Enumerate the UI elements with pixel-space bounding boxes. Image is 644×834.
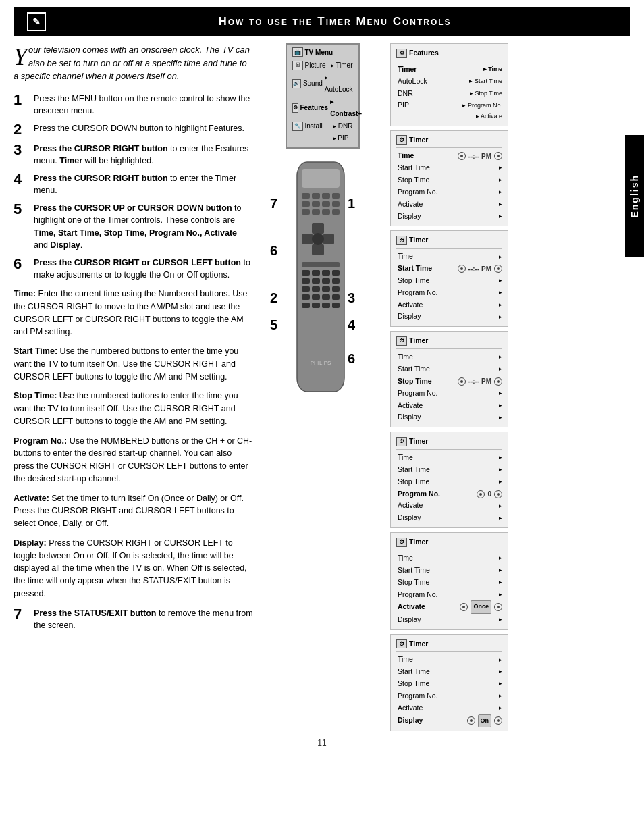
tv-menu-features: ⚙ Features ▸ Contrast+ [292,96,353,120]
svg-rect-11 [312,209,320,215]
svg-point-18 [312,233,324,245]
dial-disp-l [467,716,475,725]
timer-time-time: Time --:-- PM [396,150,502,162]
tv-menu-pip: ▸ PIP [333,132,353,145]
svg-rect-1 [302,169,340,188]
dial-prog-r [494,490,502,498]
features-icon: ⚙ [292,103,298,113]
header-icon: ✎ [27,12,46,31]
tv-menu-install: 🔧 Install ▸ DNR [292,120,353,132]
timer-disp-time: Time▸ [396,654,502,666]
svg-rect-29 [312,286,320,292]
right-panels-col: ⚙ Features Timer▸ Time AutoLock▸ Start T… [390,43,630,731]
left-column: Your television comes with an onscreen c… [14,43,253,731]
step-label-2: 2 [270,290,277,306]
svg-rect-16 [302,234,313,244]
timer-prog-title: Timer [409,436,428,448]
timer-act-start: Start Time▸ [396,565,502,577]
step-2-number: 2 [14,122,28,137]
svg-rect-31 [332,286,340,292]
desc-program-no: Program No.: Use the NUMBERED buttons or… [14,435,253,486]
timer-stop-act: Activate▸ [396,400,502,412]
dial-disp-r [494,716,502,725]
step-1-number: 1 [14,93,28,107]
intro-paragraph: Your television comes with an onscreen c… [14,43,253,83]
svg-rect-25 [312,278,320,284]
timer-prog-disp: Display▸ [396,512,502,524]
svg-rect-34 [322,294,330,300]
step-7-number: 7 [14,607,28,622]
svg-rect-15 [312,244,324,255]
timer-prog-icon: ⏱ [396,437,407,446]
timer-disp-act: Activate▸ [396,702,502,714]
svg-rect-2 [302,193,310,199]
timer-stop-time: Time▸ [396,351,502,363]
page-number: 11 [0,738,644,748]
svg-rect-5 [332,193,340,199]
svg-rect-28 [302,286,310,292]
timer-act-activate: Activate Once [396,600,502,613]
on-badge: On [478,714,492,727]
svg-rect-4 [322,193,330,199]
svg-rect-17 [323,234,334,244]
step-6: 6 Press the CURSOR RIGHT or CURSOR LEFT … [14,257,253,281]
svg-rect-32 [302,294,310,300]
page-header: ✎ How to use the Timer Menu Controls [14,7,630,36]
svg-rect-26 [322,278,330,284]
features-panel: ⚙ Features Timer▸ Time AutoLock▸ Start T… [390,43,508,126]
step-5-number: 5 [14,202,28,217]
step-label-6: 6 [270,243,277,259]
timer-act-panel: ⏱ Timer Time▸ Start Time▸ Stop Time▸ Pro… [390,532,508,629]
timer-disp-start: Start Time▸ [396,666,502,678]
timer-start-prog: Program No.▸ [396,287,502,299]
timer-prog-panel: ⏱ Timer Time▸ Start Time▸ Stop Time▸ Pro… [390,432,508,528]
timer-stop-stoptime: Stop Time --:-- PM [396,375,502,388]
timer-time-prog: Program No.▸ [396,186,502,199]
step-7-text: Press the STATUS/EXIT button to remove t… [34,607,253,631]
tv-menu-icon: 📺 [292,47,303,57]
svg-rect-13 [332,209,340,215]
svg-rect-21 [312,270,320,276]
svg-rect-9 [332,201,340,207]
dial-act-l [460,603,468,611]
step-3-text: Press the CURSOR RIGHT button to enter t… [34,142,253,167]
timer-act-icon: ⏱ [396,538,407,547]
drop-cap: Y [14,45,27,69]
svg-rect-33 [312,294,320,300]
svg-rect-10 [302,209,310,215]
timer-prog-progno: Program No. 0 [396,488,502,500]
dial-right [494,152,502,160]
svg-rect-14 [312,223,324,234]
step-5: 5 Press the CURSOR UP or CURSOR DOWN but… [14,202,253,251]
timer-time-disp: Display▸ [396,211,502,223]
desc-activate: Activate: Set the timer to turn itself O… [14,492,253,530]
timer-stop-panel: ⏱ Timer Time▸ Start Time▸ Stop Time --:-… [390,331,508,427]
right-column: 📺 TV Menu 🖼 Picture ▸ Timer 🔊 Sound ▸ Au… [260,43,630,731]
svg-rect-30 [322,286,330,292]
step-3: 3 Press the CURSOR RIGHT button to enter… [14,142,253,167]
dial-stop-r [494,377,502,386]
step-3-number: 3 [14,142,28,157]
svg-rect-37 [312,303,320,308]
features-item-autolock: AutoLock▸ Start Time [396,76,502,88]
tv-menu-picture: 🖼 Picture ▸ Timer [292,59,353,72]
timer-start-disp: Display▸ [396,311,502,323]
step-4-text: Press the CURSOR RIGHT button to enter t… [34,172,253,197]
svg-rect-23 [332,270,340,276]
dial-act-r [494,603,502,611]
timer-start-act: Activate▸ [396,299,502,311]
svg-rect-7 [312,201,320,207]
timer-start-starttime: Start Time --:-- PM [396,263,502,275]
timer-stop-prog: Program No.▸ [396,388,502,400]
svg-rect-12 [322,209,330,215]
tv-menu-sound: 🔊 Sound ▸ AutoLock [292,72,353,96]
step-2: 2 Press the CURSOR DOWN button to highli… [14,122,253,137]
picture-icon: 🖼 [292,61,303,70]
timer-disp-stop: Stop Time▸ [396,678,502,690]
svg-rect-20 [302,270,310,276]
timer-time-act: Activate▸ [396,199,502,211]
svg-rect-38 [322,303,330,308]
timer-time-start: Start Time▸ [396,162,502,174]
timer-time-panel: ⏱ Timer Time --:-- PM Start Time▸ Stop T… [390,130,508,227]
features-panel-title: Features [409,47,439,59]
